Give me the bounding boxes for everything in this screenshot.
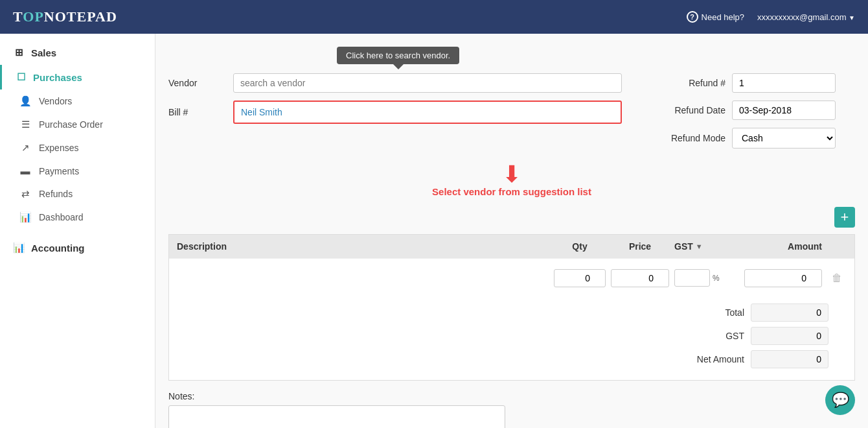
tooltip-container: Click here to search vendor.: [168, 47, 855, 69]
sidebar-item-accounting[interactable]: 📊 Accounting: [0, 235, 155, 260]
sidebar-item-refunds[interactable]: ⇄ Refunds: [0, 182, 155, 206]
layout: ⊞ Sales ☐ Purchases 👤 Vendors ☰ Purchase…: [0, 34, 868, 428]
vendors-icon: 👤: [19, 95, 31, 107]
amount-input[interactable]: [744, 269, 822, 287]
refund-date-input[interactable]: [732, 101, 836, 120]
refund-mode-label: Refund Mode: [648, 133, 725, 143]
net-amount-label: Net Amount: [680, 354, 744, 364]
payments-icon: ▬: [19, 165, 31, 176]
notes-section: Notes:: [168, 391, 855, 428]
refund-number-row: Refund #: [648, 73, 855, 93]
sidebar-item-sales[interactable]: ⊞ Sales: [0, 40, 155, 65]
refunds-icon: ⇄: [19, 188, 31, 200]
form-right: Refund # Refund Date Refund Mode Cash Ch…: [648, 73, 855, 156]
vendor-suggestion-item[interactable]: Neil Smith: [233, 101, 622, 124]
gst-total-row: GST 0: [195, 327, 828, 345]
vendor-label: Vendor: [168, 78, 227, 88]
price-cell[interactable]: [611, 269, 669, 287]
gst-dropdown-arrow[interactable]: ▼: [696, 243, 703, 250]
help-icon: ?: [687, 11, 698, 23]
user-dropdown-arrow: ▼: [849, 14, 855, 21]
delete-row-button[interactable]: 🗑: [827, 272, 847, 284]
line-items-table: Description Qty Price GST ▼ Amount: [168, 234, 855, 381]
form-top: Vendor Bill # Neil Smith Refund # Refu: [168, 73, 855, 156]
add-btn-container: +: [168, 207, 855, 232]
qty-input[interactable]: [554, 269, 606, 287]
header: TOPNOTEPAD ? Need help? xxxxxxxxxx@gmail…: [0, 0, 868, 34]
header-amount: Amount: [744, 241, 822, 252]
gst-total-label: GST: [680, 331, 744, 341]
sidebar-item-payments[interactable]: ▬ Payments: [0, 160, 155, 182]
refund-number-label: Refund #: [648, 78, 725, 88]
dashboard-icon: 📊: [19, 211, 31, 223]
table-header: Description Qty Price GST ▼ Amount: [169, 235, 854, 258]
net-amount-value: 0: [751, 350, 828, 368]
sidebar-item-purchases[interactable]: ☐ Purchases: [0, 65, 155, 89]
purchase-order-icon: ☰: [19, 119, 31, 130]
qty-cell[interactable]: [554, 269, 606, 287]
refund-mode-select[interactable]: Cash Cheque Online: [732, 128, 836, 149]
header-right: ? Need help? xxxxxxxxxx@gmail.com ▼: [687, 11, 855, 23]
gst-input[interactable]: [674, 269, 710, 287]
add-row-button[interactable]: +: [834, 207, 855, 228]
vendor-search-input[interactable]: [233, 73, 622, 93]
net-amount-row: Net Amount 0: [195, 350, 828, 368]
notes-input[interactable]: [168, 405, 505, 428]
select-vendor-message: ⬇ Select vendor from suggestion list: [168, 163, 855, 197]
select-vendor-text: Select vendor from suggestion list: [168, 186, 855, 197]
description-input[interactable]: [177, 264, 549, 290]
notes-label: Notes:: [168, 391, 855, 401]
sidebar-item-dashboard[interactable]: 📊 Dashboard: [0, 206, 155, 229]
vendor-search-tooltip: Click here to search vendor.: [337, 47, 459, 64]
sidebar-item-expenses[interactable]: ↗ Expenses: [0, 136, 155, 160]
purchases-icon: ☐: [15, 71, 27, 83]
chat-icon: 💬: [832, 392, 849, 409]
main-content: Click here to search vendor. Vendor Bill…: [155, 34, 868, 428]
sales-icon: ⊞: [13, 47, 25, 58]
refund-number-input[interactable]: [732, 73, 836, 93]
logo: TOPNOTEPAD: [13, 8, 117, 25]
sidebar-item-purchase-order[interactable]: ☰ Purchase Order: [0, 113, 155, 136]
refund-date-label: Refund Date: [648, 105, 725, 115]
price-input[interactable]: [611, 269, 669, 287]
gst-cell[interactable]: %: [674, 269, 739, 287]
bill-label: Bill #: [168, 107, 227, 117]
totals-section: Total 0 GST 0 Net Amount 0: [169, 297, 854, 380]
total-row: Total 0: [195, 303, 828, 322]
table-row: % 🗑: [169, 258, 854, 297]
refund-date-row: Refund Date: [648, 101, 855, 120]
total-value: 0: [751, 303, 828, 322]
header-description: Description: [177, 241, 549, 252]
total-label: Total: [680, 307, 744, 318]
refund-mode-row: Refund Mode Cash Cheque Online: [648, 128, 855, 149]
amount-cell[interactable]: [744, 269, 822, 287]
vendor-row: Vendor: [168, 73, 622, 93]
help-label: Need help?: [702, 12, 745, 22]
header-gst: GST ▼: [674, 241, 739, 252]
chat-button[interactable]: 💬: [825, 385, 855, 415]
accounting-icon: 📊: [13, 242, 25, 254]
sidebar: ⊞ Sales ☐ Purchases 👤 Vendors ☰ Purchase…: [0, 34, 155, 428]
gst-percent-label: %: [713, 274, 720, 283]
sidebar-item-vendors[interactable]: 👤 Vendors: [0, 89, 155, 113]
user-email[interactable]: xxxxxxxxxx@gmail.com ▼: [757, 12, 855, 22]
expenses-icon: ↗: [19, 142, 31, 154]
gst-total-value: 0: [751, 327, 828, 345]
down-arrow-icon: ⬇: [168, 163, 855, 186]
header-qty: Qty: [554, 241, 606, 252]
header-price: Price: [611, 241, 669, 252]
form-left: Vendor Bill # Neil Smith: [168, 73, 622, 156]
help-link[interactable]: ? Need help?: [687, 11, 745, 23]
description-cell[interactable]: [177, 264, 549, 292]
bill-row: Bill # Neil Smith: [168, 101, 622, 124]
